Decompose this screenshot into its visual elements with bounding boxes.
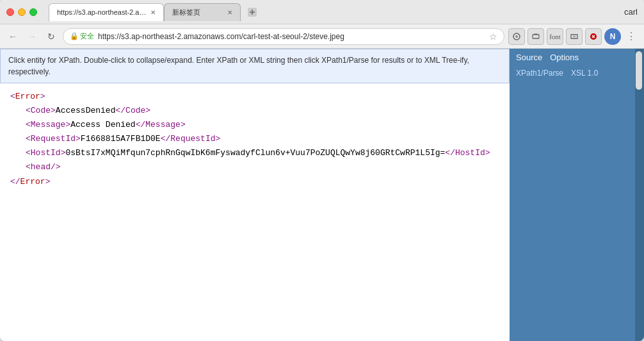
secure-badge: 🔒 安全 — [70, 31, 94, 41]
xml-panel: Click entity for XPath. Double-click to … — [0, 49, 510, 341]
lock-icon: 🔒 — [70, 32, 79, 40]
tab-2-close[interactable]: ✕ — [227, 9, 232, 16]
menu-button[interactable]: ⋮ — [624, 29, 639, 44]
xpath-button[interactable]: XPath1/Parse — [516, 69, 563, 78]
svg-rect-2 — [533, 35, 539, 38]
extension-icon-4[interactable] — [585, 28, 602, 45]
tab-2-title: 新标签页 — [172, 8, 223, 17]
forward-button[interactable]: → — [24, 29, 40, 44]
options-button[interactable]: Options — [550, 53, 579, 62]
extension-icon-2[interactable] — [527, 28, 544, 45]
xml-root-open: <Error> — [10, 90, 499, 104]
tab-1-title: https://s3.ap-northeast-2.ama — [57, 8, 147, 16]
url-bar[interactable]: 🔒 安全 https://s3.ap-northeast-2.amazonaws… — [63, 28, 504, 45]
xml-line-3: <RequestId>F1668815A7FB1D0E</RequestId> — [10, 132, 499, 146]
traffic-lights — [6, 8, 37, 16]
xml-line-5: <head/> — [10, 160, 499, 174]
maximize-button[interactable] — [29, 8, 37, 16]
right-toolbar: Source Options — [510, 49, 635, 66]
tab-1[interactable]: https://s3.ap-northeast-2.ama ✕ — [49, 3, 164, 21]
address-bar: ← → ↻ 🔒 安全 https://s3.ap-northeast-2.ama… — [0, 24, 644, 49]
xml-line-2: <Message>Access Denied</Message> — [10, 118, 499, 132]
titlebar: https://s3.ap-northeast-2.ama ✕ 新标签页 ✕ c… — [0, 0, 644, 24]
xsl-button[interactable]: XSL 1.0 — [571, 69, 598, 78]
tab-1-close[interactable]: ✕ — [150, 9, 156, 16]
browser-window: https://s3.ap-northeast-2.ama ✕ 新标签页 ✕ c… — [0, 0, 644, 341]
right-panel: Source Options XPath1/Parse XSL 1.0 — [510, 49, 644, 341]
url-text: https://s3.ap-northeast-2.amazonaws.com/… — [98, 32, 485, 41]
helper-text: Click entity for XPath. Double-click to … — [8, 56, 469, 76]
right-panel-inner: Source Options XPath1/Parse XSL 1.0 — [510, 49, 644, 341]
right-scrollbar — [635, 49, 644, 341]
back-button[interactable]: ← — [5, 29, 20, 44]
helper-bar: Click entity for XPath. Double-click to … — [0, 49, 510, 83]
reload-button[interactable]: ↻ — [44, 29, 59, 44]
close-button[interactable] — [6, 8, 14, 16]
extension-icon-3[interactable] — [566, 28, 583, 45]
content-area: Click entity for XPath. Double-click to … — [0, 49, 644, 341]
source-button[interactable]: Source — [516, 53, 542, 62]
xml-root-close: </Error> — [10, 175, 499, 189]
url-domain: https://s3.ap-northeast-2.amazonaws.com/… — [98, 32, 344, 41]
xml-line-4: <HostId>0sBtsI7xMQiMfqun7cphRnGqwIbK6mFy… — [10, 146, 499, 160]
scrollbar-thumb[interactable] — [636, 51, 642, 90]
tab-2[interactable]: 新标签页 ✕ — [164, 3, 241, 21]
secure-label: 安全 — [80, 31, 94, 41]
bookmark-button[interactable]: ☆ — [489, 31, 497, 42]
tab-bar: https://s3.ap-northeast-2.ama ✕ 新标签页 ✕ — [49, 3, 619, 21]
toolbar-icons: font N ⋮ — [508, 28, 639, 45]
user-avatar[interactable]: N — [604, 28, 621, 45]
minimize-button[interactable] — [18, 8, 26, 16]
xml-line-1: <Code>AccessDenied</Code> — [10, 104, 499, 118]
right-panel-main: Source Options XPath1/Parse XSL 1.0 — [510, 49, 635, 341]
extension-icon-1[interactable] — [508, 28, 525, 45]
new-tab-button[interactable] — [243, 3, 261, 21]
font-button[interactable]: font — [547, 28, 563, 45]
right-sub-bar: XPath1/Parse XSL 1.0 — [510, 66, 635, 83]
xml-content: <Error> <Code>AccessDenied</Code> <Messa… — [0, 83, 510, 195]
user-name: carl — [624, 7, 638, 17]
